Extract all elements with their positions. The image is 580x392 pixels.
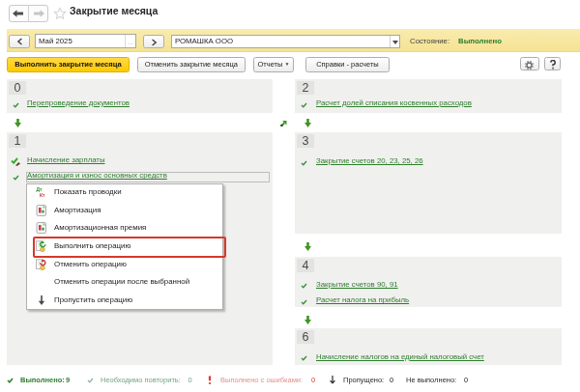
- svg-text:Кт: Кт: [40, 192, 45, 198]
